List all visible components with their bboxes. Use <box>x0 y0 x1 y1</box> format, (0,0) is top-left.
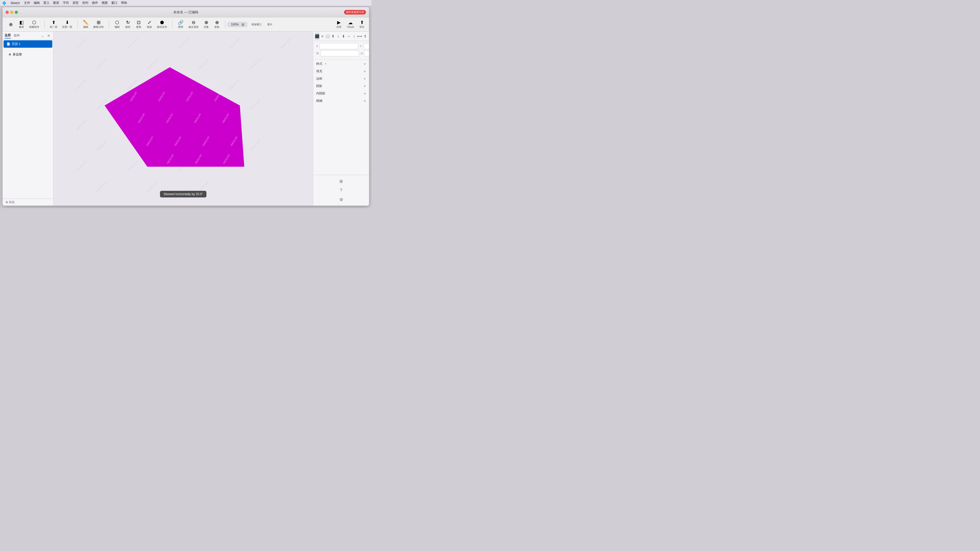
forward-button[interactable]: ⬆ 前一层 <box>48 19 59 30</box>
inner-shadow-add-btn[interactable]: + <box>364 92 366 96</box>
intersect-button[interactable]: ⊗ 交集 <box>201 19 211 30</box>
edit2-button[interactable]: ⬡ 编辑 <box>112 19 122 30</box>
add-icon: ⊕ <box>9 22 13 27</box>
panel-collapse-icon[interactable]: ⌄ <box>40 34 45 38</box>
symbol-icon-btn[interactable]: ⊞ <box>337 177 345 185</box>
maximize-button[interactable] <box>15 11 18 14</box>
menubar-layer[interactable]: 图层 <box>53 1 59 5</box>
menubar-file[interactable]: 文件 <box>24 1 30 5</box>
ungroup-button[interactable]: ⊞ 解散分组 <box>91 19 106 30</box>
menubar-app-name[interactable]: Sketch <box>11 1 20 5</box>
edit2-label: 编辑 <box>115 25 120 29</box>
align-bottom-btn[interactable]: ⬇ <box>341 33 346 40</box>
right-bottom-icons: ⊞ ? ⚙ <box>313 175 369 206</box>
align-top-btn[interactable]: ⬆ <box>331 33 335 40</box>
menubar-help[interactable]: 帮助 <box>121 1 127 5</box>
close-button[interactable] <box>6 11 9 14</box>
align-center-btn[interactable]: ≡ <box>320 33 325 40</box>
app-logo: 💠 <box>2 1 6 5</box>
menubar-window[interactable]: 窗口 <box>111 1 118 5</box>
layer-polygon[interactable]: ⬟ 多边形 <box>3 51 53 58</box>
minimize-button[interactable] <box>10 11 13 14</box>
ungroup-icon: ⊞ <box>97 20 100 25</box>
diff-button[interactable]: ⊕ 差集 <box>212 19 222 30</box>
border-header: 边框 + <box>313 75 369 82</box>
menubar-view[interactable]: 视图 <box>102 1 108 5</box>
h-input[interactable] <box>364 50 369 56</box>
x-input[interactable] <box>320 43 358 49</box>
style-dropdown-icon[interactable]: ▼ <box>325 62 327 65</box>
show-button[interactable]: 显示 <box>265 22 275 27</box>
update-badge[interactable]: 插件有更新可用 <box>344 10 366 14</box>
build-icon: ⬡ <box>32 20 36 25</box>
share-label: 共享 <box>336 25 342 29</box>
cloud-label: Cloud <box>347 25 354 28</box>
share-icon: ▶ <box>337 20 341 25</box>
material-button[interactable]: ◧ 素材 <box>16 19 27 30</box>
add-button[interactable]: ⊕ <box>6 21 16 28</box>
flip-v-btn[interactable]: ⇕ <box>363 33 368 40</box>
edit2-icon: ⬡ <box>115 20 119 25</box>
fill-add-btn[interactable]: + <box>364 69 366 73</box>
share-button[interactable]: ▶ 共享 <box>334 19 344 30</box>
panel-close-icon[interactable]: ✕ <box>46 34 51 38</box>
menubar-edit[interactable]: 编辑 <box>34 1 40 5</box>
edit-icon: ✏️ <box>83 20 89 25</box>
w-input[interactable] <box>320 50 359 56</box>
copy-icon: ⊡ <box>137 20 141 25</box>
menubar-proto[interactable]: 原型 <box>73 1 79 5</box>
layer-order-group: ⬆ 前一层 ⬇ 后置一层 <box>47 19 75 30</box>
link-button[interactable]: 🔗 联联 <box>176 19 186 30</box>
left-panel: 边层 组件 ⌄ ✕ 📄 页面 1 ⬟ 多边形 ⊞ 筛选 <box>3 32 54 206</box>
flip-h-btn[interactable]: ⟺ <box>357 33 362 40</box>
menubar-items: 文件 编辑 置入 图层 字符 原型 排列 插件 视图 窗口 帮助 <box>24 1 127 5</box>
title-bar-right: 插件有更新可用 <box>344 10 366 14</box>
align-right-btn[interactable]: ⬜ <box>325 33 330 40</box>
zoom-shape-button[interactable]: ⤢ 缩放 <box>144 19 154 30</box>
y-input[interactable] <box>363 43 369 49</box>
polygon-wrapper[interactable]: macmj.com macmj.com macmj.com macmj.com … <box>107 62 250 175</box>
combine-icon: ⬟ <box>160 20 164 25</box>
menubar-insert[interactable]: 置入 <box>43 1 49 5</box>
blur-add-btn[interactable]: + <box>364 99 366 103</box>
copy-button[interactable]: ⊡ 复制 <box>134 19 144 30</box>
menubar-plugin[interactable]: 插件 <box>92 1 98 5</box>
rotate-label: 旋转 <box>125 25 130 29</box>
border-add-btn[interactable]: + <box>364 77 366 81</box>
align-middle-btn[interactable]: ↕ <box>336 33 341 40</box>
menubar-char[interactable]: 字符 <box>63 1 69 5</box>
dist-h-btn[interactable]: ↔ <box>347 33 352 40</box>
back-label: 后置一层 <box>62 25 72 29</box>
align-left-btn[interactable]: ⬛ <box>315 33 320 40</box>
edit-button[interactable]: ✏️ 编辑 <box>81 19 91 30</box>
style-add-btn[interactable]: + <box>364 62 366 66</box>
back-button[interactable]: ⬇ 后置一层 <box>60 19 74 30</box>
back-icon: ⬇ <box>65 20 69 25</box>
combine-button[interactable]: ⬟ 路径合并 <box>155 19 169 30</box>
build-component-button[interactable]: ⬡ 创建组件 <box>27 19 41 30</box>
link-icon: 🔗 <box>178 20 183 25</box>
page-icon: 📄 <box>6 42 10 46</box>
export-button[interactable]: ⬆ 导出 <box>357 19 367 30</box>
copy-label: 复制 <box>136 25 141 29</box>
page-item-1[interactable]: 📄 页面 1 <box>3 40 52 48</box>
dist-v-btn[interactable]: ↕ <box>352 33 356 40</box>
panel-footer: ⊞ 筛选 <box>3 198 53 206</box>
tab-layers[interactable]: 边层 <box>5 33 11 38</box>
settings-icon-btn[interactable]: ⚙ <box>337 195 345 203</box>
remove-top-button[interactable]: ⊖ 减去顶层 <box>186 19 200 30</box>
title-bar: 未命名 — 已编辑 插件有更新可用 <box>3 7 369 17</box>
help-icon-btn[interactable]: ? <box>337 186 345 194</box>
canvas-area[interactable]: macmj.com macmj.com macmj.com macmj.com … <box>54 32 313 206</box>
rotate-button[interactable]: ↻ 旋转 <box>123 19 133 30</box>
zoom-window-button[interactable]: 缩放窗口 <box>249 22 264 27</box>
shadow-add-btn[interactable]: + <box>364 84 366 88</box>
tab-components[interactable]: 组件 <box>14 33 20 38</box>
menubar-arrange[interactable]: 排列 <box>82 1 88 5</box>
fill-title: 填充 <box>316 69 322 73</box>
cloud-button[interactable]: ☁ Cloud <box>345 19 356 29</box>
zoom-value: 100% <box>230 23 240 26</box>
zoom-expand-btn[interactable]: ⊞ <box>241 23 245 26</box>
edit-label: 编辑 <box>83 25 88 29</box>
inner-shadow-title: 内阴影 <box>316 91 325 96</box>
